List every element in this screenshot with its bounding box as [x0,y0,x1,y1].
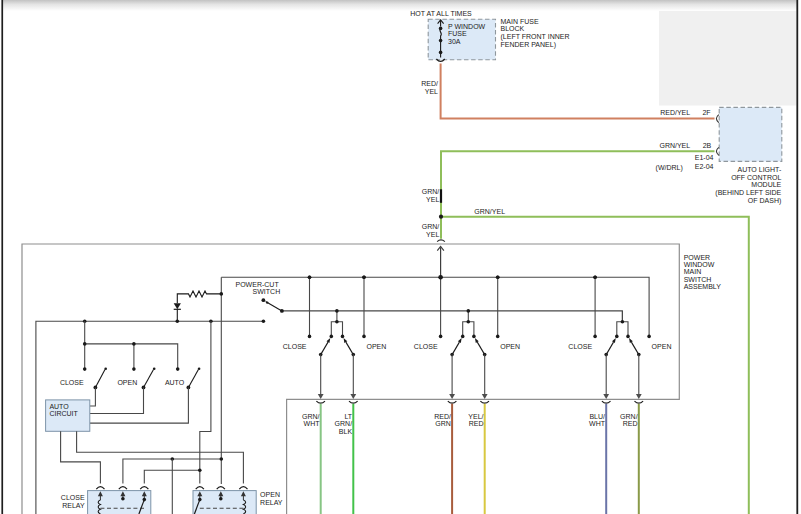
svg-text:YEL: YEL [426,231,439,238]
svg-text:RELAY: RELAY [260,499,283,506]
svg-text:ASSEMBLY: ASSEMBLY [684,283,722,290]
svg-text:CLOSE: CLOSE [60,379,84,386]
svg-text:OF DASH): OF DASH) [748,197,781,205]
svg-text:YEL/: YEL/ [468,413,483,420]
svg-text:MAIN FUSE: MAIN FUSE [501,18,539,25]
svg-text:GRN/: GRN/ [422,223,440,230]
svg-text:BLU/: BLU/ [589,413,605,420]
svg-text:OPEN: OPEN [117,379,137,386]
svg-text:GRN/YEL: GRN/YEL [659,142,690,149]
svg-text:HOT AT ALL TIMES: HOT AT ALL TIMES [410,10,472,17]
svg-text:SWITCH: SWITCH [253,288,281,295]
svg-text:LT: LT [344,413,352,420]
svg-text:FENDER PANEL): FENDER PANEL) [501,41,557,49]
svg-text:2B: 2B [703,142,712,149]
svg-text:BLOCK: BLOCK [501,25,525,32]
svg-text:P WINDOW: P WINDOW [448,23,486,30]
svg-text:CLOSE: CLOSE [414,343,438,350]
svg-text:OFF CONTROL: OFF CONTROL [731,174,781,181]
svg-text:AUTO LIGHT-: AUTO LIGHT- [737,166,781,173]
svg-text:CLOSE: CLOSE [568,343,592,350]
svg-text:OPEN: OPEN [260,491,280,498]
svg-text:RELAY: RELAY [62,502,85,509]
svg-text:RED/YEL: RED/YEL [660,109,690,116]
svg-text:OPEN: OPEN [367,343,387,350]
svg-text:BLK: BLK [339,428,353,435]
svg-text:GRN/YEL: GRN/YEL [474,208,505,215]
svg-text:2F: 2F [702,109,710,116]
svg-text:GRN/: GRN/ [422,188,440,195]
svg-text:AUTO: AUTO [49,403,69,410]
svg-text:POWER-CUT: POWER-CUT [236,281,280,288]
svg-text:CLOSE: CLOSE [61,494,85,501]
svg-text:MODULE: MODULE [751,181,781,188]
svg-text:30A: 30A [448,38,461,45]
svg-text:E2-04: E2-04 [695,163,714,170]
svg-text:WINDOW: WINDOW [684,261,715,268]
svg-text:YEL: YEL [426,196,439,203]
svg-text:POWER: POWER [684,254,710,261]
svg-text:RED: RED [469,420,484,427]
svg-text:RED/: RED/ [434,413,451,420]
svg-text:CIRCUIT: CIRCUIT [49,410,78,417]
svg-text:FUSE: FUSE [448,30,467,37]
svg-text:GRN/: GRN/ [335,420,353,427]
svg-text:YEL: YEL [425,88,438,95]
svg-text:OPEN: OPEN [652,343,672,350]
svg-text:E1-04: E1-04 [695,154,714,161]
svg-text:GRN/: GRN/ [302,413,320,420]
svg-text:RED: RED [623,420,638,427]
svg-text:WHT: WHT [304,420,321,427]
svg-text:GRN: GRN [435,420,451,427]
svg-text:CLOSE: CLOSE [283,343,307,350]
svg-text:GRN/: GRN/ [620,413,638,420]
svg-text:MAIN: MAIN [684,268,702,275]
svg-text:OPEN: OPEN [500,343,520,350]
svg-text:SWITCH: SWITCH [684,276,712,283]
svg-text:AUTO: AUTO [165,379,185,386]
svg-text:WHT: WHT [589,420,606,427]
svg-text:(W/DRL): (W/DRL) [656,164,683,172]
svg-text:RED/: RED/ [421,80,438,87]
